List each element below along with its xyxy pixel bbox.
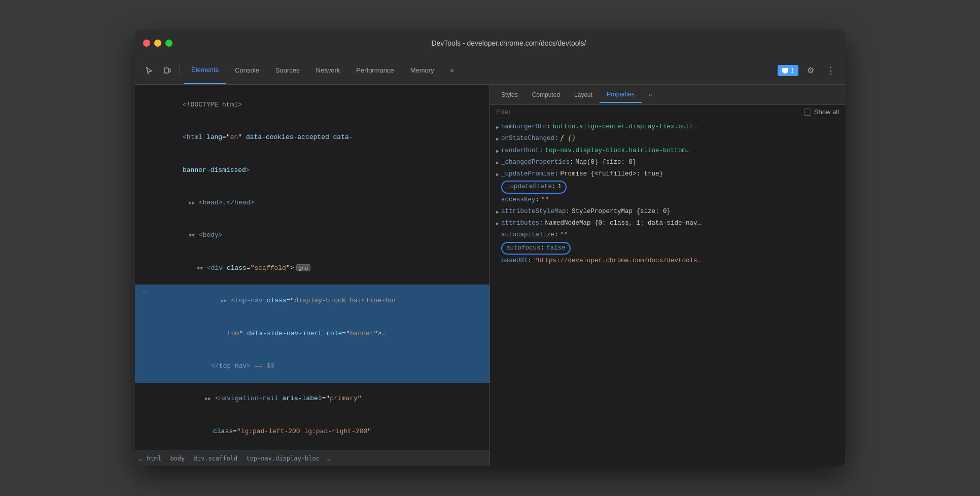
devtools-window: DevTools - developer.chrome.com/docs/dev… (135, 30, 845, 466)
body-arrow[interactable]: ▼ (189, 233, 195, 238)
breadcrumb-body[interactable]: body (168, 454, 187, 463)
prop-attr-style-map: ▶ attributeStyleMap : StylePropertyMap {… (490, 206, 845, 218)
titlebar: DevTools - developer.chrome.com/docs/dev… (135, 30, 845, 56)
breadcrumb-dots-end: … (326, 455, 330, 462)
maximize-button[interactable] (165, 40, 172, 47)
traffic-lights (143, 40, 172, 47)
main-content: <!DOCTYPE html> <html lang="en" data-coo… (135, 85, 845, 466)
cursor-icon (145, 66, 153, 75)
more-options-button[interactable]: ⋮ (823, 62, 839, 79)
prop-autofocus: ▶ autofocus : false (490, 241, 845, 255)
tab-computed[interactable]: Computed (525, 87, 567, 102)
breadcrumb-top-nav[interactable]: top-nav.display-bloc (244, 454, 322, 463)
devtools-toolbar: Elements Console Sources Network Perform… (135, 56, 845, 85)
show-all-checkbox[interactable] (804, 109, 811, 116)
device-icon (163, 66, 171, 75)
svg-rect-2 (782, 68, 788, 73)
top-nav-line1[interactable]: … ▶ <top-nav class="display-block hairli… (135, 285, 489, 317)
body-open-line: ▼ <body> (135, 220, 489, 252)
expand-update-promise[interactable]: ▶ (496, 170, 499, 179)
message-icon (782, 67, 789, 74)
tab-layout[interactable]: Layout (567, 87, 600, 102)
prop-autocapitalize: ▶ autocapitalize : "" (490, 229, 845, 241)
prop-render-root: ▶ renderRoot : top-nav.display-block.hai… (490, 145, 845, 157)
nav-rail-arrow[interactable]: ▶ (205, 396, 211, 402)
expand-render-root[interactable]: ▶ (496, 147, 499, 156)
tab-properties[interactable]: Properties (600, 87, 642, 103)
show-all-checkbox-area[interactable]: Show all (804, 108, 839, 116)
tab-styles[interactable]: Styles (494, 87, 525, 102)
doctype-line: <!DOCTYPE html> (135, 89, 489, 121)
tab-sources[interactable]: Sources (268, 56, 307, 84)
tab-network[interactable]: Network (309, 56, 347, 84)
inspect-element-button[interactable] (141, 62, 157, 79)
top-nav-line2[interactable]: tom" data-side-nav-inert role="banner">… (135, 317, 489, 350)
prop-hamburger-btn: ▶ hamburgerBtn : button.align-center.dis… (490, 121, 845, 133)
svg-rect-1 (169, 69, 170, 72)
nav-rail-line2: class="lg:pad-left-200 lg:pad-right-200" (135, 415, 489, 448)
tab-elements[interactable]: Elements (184, 56, 226, 84)
html-continued-line: banner-dismissed> (135, 154, 489, 187)
update-state-highlight: _updateState : 1 (501, 181, 567, 193)
minimize-button[interactable] (154, 40, 161, 47)
top-nav-arrow[interactable]: ▶ (221, 298, 227, 304)
messages-badge-button[interactable]: 1 (778, 65, 798, 76)
scaffold-line: ▼ <div class="scaffold">grid (135, 252, 489, 285)
panel-tabs: Styles Computed Layout Properties » (490, 85, 845, 105)
tab-more[interactable]: » (443, 56, 461, 84)
tab-memory[interactable]: Memory (403, 56, 441, 84)
prop-update-state: ▶ _updateState : 1 (490, 180, 845, 194)
expand-hamburger-btn[interactable]: ▶ (496, 123, 499, 132)
head-collapsed-line: ▶ <head>…</head> (135, 187, 489, 219)
breadcrumb-scaffold[interactable]: div.scaffold (192, 454, 240, 463)
prop-update-promise: ▶ _updatePromise : Promise {<fulfilled>:… (490, 168, 845, 180)
prop-changed-props: ▶ _changedProperties : Map(0) {size: 0} (490, 157, 845, 168)
window-title: DevTools - developer.chrome.com/docs/dev… (181, 39, 837, 47)
properties-panel: Styles Computed Layout Properties » (490, 85, 845, 466)
settings-button[interactable]: ⚙ (802, 62, 819, 79)
tab-console[interactable]: Console (228, 56, 266, 84)
prop-attributes: ▶ attributes : NamedNodeMap {0: class, 1… (490, 218, 845, 229)
autofocus-highlight: autofocus : false (501, 242, 571, 255)
close-button[interactable] (143, 40, 150, 47)
toolbar-right: 1 ⚙ ⋮ (778, 62, 839, 79)
filter-input[interactable] (496, 108, 804, 116)
elements-panel: <!DOCTYPE html> <html lang="en" data-coo… (135, 85, 490, 466)
html-open-line: <html lang="en" data-cookies-accepted da… (135, 121, 489, 154)
tab-panel-more[interactable]: » (642, 87, 659, 102)
svg-rect-0 (164, 68, 168, 73)
expand-attributes[interactable]: ▶ (496, 220, 499, 228)
top-nav-close-line[interactable]: </top-nav> == $0 (135, 350, 489, 382)
nav-rail-line1: ▶ <navigation-rail aria-label="primary" (135, 383, 489, 415)
breadcrumb-html[interactable]: html (145, 454, 163, 463)
filter-bar: Show all (490, 105, 845, 119)
expand-changed-props[interactable]: ▶ (496, 159, 499, 167)
toolbar-divider (180, 64, 180, 77)
breadcrumb-dots-start: … (139, 455, 143, 462)
prop-access-key: ▶ accessKey : "" (490, 194, 845, 206)
properties-list: ▶ hamburgerBtn : button.align-center.dis… (490, 119, 845, 466)
head-arrow[interactable]: ▶ (189, 200, 195, 206)
prop-base-uri: ▶ baseURI : "https://developer.chrome.co… (490, 255, 845, 267)
show-all-label: Show all (814, 108, 839, 116)
breadcrumb-bar: … html body div.scaffold top-nav.display… (135, 450, 489, 466)
grid-badge[interactable]: grid (296, 264, 310, 271)
scaffold-arrow[interactable]: ▼ (197, 266, 203, 271)
prop-on-state-changed: ▶ onStateChanged : ƒ () (490, 133, 845, 145)
expand-on-state-changed[interactable]: ▶ (496, 135, 499, 144)
tab-performance[interactable]: Performance (349, 56, 401, 84)
elements-tree: <!DOCTYPE html> <html lang="en" data-coo… (135, 85, 489, 450)
device-toolbar-button[interactable] (159, 62, 176, 79)
expand-attr-style-map[interactable]: ▶ (496, 208, 499, 217)
